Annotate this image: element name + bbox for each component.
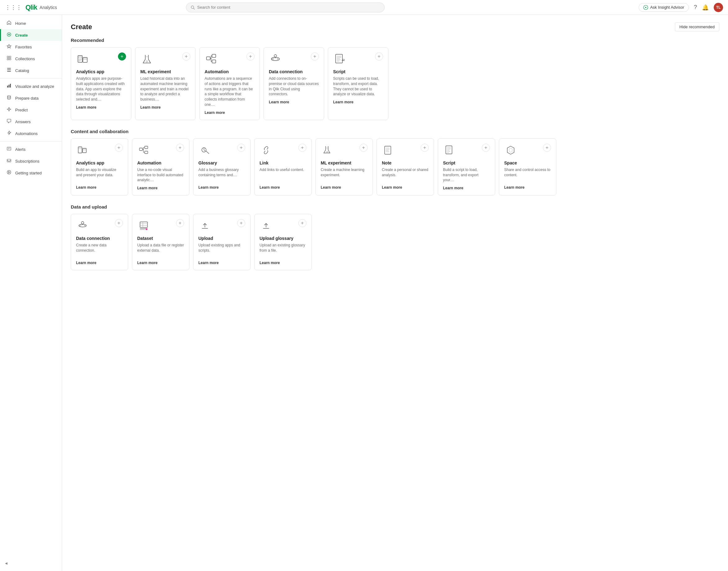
sidebar-label-predict: Predict: [15, 108, 28, 112]
card-learn-more[interactable]: Learn more: [443, 186, 490, 190]
card-learn-more[interactable]: Learn more: [333, 100, 383, 104]
svg-rect-31: [212, 54, 216, 58]
card-script-recommended[interactable]: + Script Scripts can be used to load, tr…: [328, 47, 388, 120]
sidebar-item-predict[interactable]: Predict: [0, 104, 62, 116]
card-top: +: [137, 144, 184, 157]
card-top: +: [205, 52, 254, 66]
note-icon: [382, 144, 395, 157]
avatar[interactable]: TL: [714, 3, 723, 12]
card-learn-more[interactable]: Learn more: [198, 185, 245, 190]
sidebar-item-visualize[interactable]: Visualize and analyze: [0, 80, 62, 92]
alerts-icon: [6, 146, 12, 152]
card-name: Data connection: [269, 69, 319, 74]
card-desc: Build a script to load, transform, and e…: [443, 167, 490, 183]
card-ml-experiment-cc[interactable]: + ML experiment Create a machine learnin…: [315, 138, 373, 196]
card-script-cc[interactable]: + Script Build a script to load, transfo…: [438, 138, 495, 196]
svg-rect-70: [140, 222, 147, 227]
sidebar-item-catalog[interactable]: Catalog: [0, 65, 62, 76]
glossary-add-button[interactable]: +: [237, 144, 245, 152]
svg-rect-7: [7, 56, 9, 58]
card-learn-more[interactable]: Learn more: [321, 185, 368, 190]
ml-experiment-cc-icon: [321, 144, 334, 157]
card-space-cc[interactable]: + Space Share and control access to cont…: [499, 138, 556, 196]
card-desc: Share and control access to content.: [504, 167, 551, 182]
search-input[interactable]: [197, 5, 380, 10]
card-learn-more[interactable]: Learn more: [504, 185, 551, 190]
dataset-add-button[interactable]: +: [176, 219, 184, 227]
sidebar-label-subscriptions: Subscriptions: [15, 159, 39, 163]
card-learn-more[interactable]: Learn more: [140, 105, 190, 110]
card-data-connection-du[interactable]: + Data connection Create a new data conn…: [71, 214, 128, 270]
card-learn-more[interactable]: Learn more: [137, 186, 184, 190]
card-learn-more[interactable]: Learn more: [205, 110, 254, 115]
sidebar-collapse-button[interactable]: ◂: [5, 560, 7, 566]
svg-rect-47: [139, 148, 142, 150]
hide-recommended-button[interactable]: Hide recommended: [675, 22, 719, 31]
svg-rect-15: [9, 85, 10, 88]
card-automation-recommended[interactable]: + Automation Automations are a sequence …: [199, 47, 260, 120]
notifications-icon[interactable]: 🔔: [702, 4, 709, 11]
card-learn-more[interactable]: Learn more: [382, 185, 429, 190]
data-connection-du-add-button[interactable]: +: [115, 219, 123, 227]
space-add-button[interactable]: +: [543, 144, 551, 152]
svg-rect-8: [9, 56, 11, 58]
card-learn-more[interactable]: Learn more: [198, 261, 245, 265]
card-learn-more[interactable]: Learn more: [259, 261, 306, 265]
analytics-app-cc-icon: [76, 144, 89, 157]
card-name: Note: [382, 160, 429, 165]
sidebar-item-automations[interactable]: Automations: [0, 128, 62, 139]
card-learn-more[interactable]: Learn more: [137, 261, 184, 265]
help-icon[interactable]: ?: [694, 4, 697, 11]
data-connection-add-button[interactable]: +: [311, 52, 319, 61]
ml-experiment-add-button[interactable]: +: [182, 52, 190, 61]
sidebar-item-create[interactable]: Create: [0, 29, 62, 41]
automation-add-button[interactable]: +: [246, 52, 254, 61]
card-link-cc[interactable]: + Link Add links to useful content. Lear…: [254, 138, 312, 196]
sidebar-item-alerts[interactable]: Alerts: [0, 143, 62, 155]
sidebar-item-favorites[interactable]: Favorites: [0, 41, 62, 53]
sidebar-divider-1: [0, 78, 62, 79]
script-cc-add-button[interactable]: +: [482, 144, 490, 152]
card-analytics-app-cc[interactable]: + Analytics app Build an app to visualiz…: [71, 138, 128, 196]
link-add-button[interactable]: +: [298, 144, 306, 152]
card-data-connection-recommended[interactable]: + Data connection Add connections to on-…: [264, 47, 324, 120]
sidebar-item-collections[interactable]: Collections: [0, 53, 62, 65]
sidebar-item-getting-started[interactable]: Getting started: [0, 167, 62, 179]
card-learn-more[interactable]: Learn more: [259, 185, 306, 190]
sidebar-item-answers[interactable]: Answers: [0, 116, 62, 128]
card-automation-cc[interactable]: + Automation Use a no-code visual interf…: [132, 138, 189, 196]
search-bar[interactable]: [186, 2, 385, 12]
card-top: +: [443, 144, 490, 157]
analytics-app-add-button[interactable]: +: [118, 52, 126, 61]
card-learn-more[interactable]: Learn more: [76, 261, 123, 265]
card-learn-more[interactable]: Learn more: [76, 185, 123, 190]
svg-rect-14: [7, 86, 8, 88]
card-ml-experiment-recommended[interactable]: + ML experiment Load historical data int…: [135, 47, 196, 120]
card-top: +: [259, 219, 306, 232]
upload-add-button[interactable]: +: [237, 219, 245, 227]
svg-line-1: [193, 8, 194, 9]
card-learn-more[interactable]: Learn more: [269, 100, 319, 104]
card-glossary-cc[interactable]: + Glossary Add a business glossary conta…: [193, 138, 250, 196]
ml-experiment-cc-add-button[interactable]: +: [359, 144, 368, 152]
svg-rect-30: [206, 57, 210, 60]
card-desc: Add links to useful content.: [259, 167, 306, 182]
script-add-button[interactable]: +: [375, 52, 383, 61]
space-icon: [504, 144, 517, 157]
card-desc: Upload a data file or register external …: [137, 243, 184, 257]
card-upload-du[interactable]: + Upload Upload existing apps and script…: [193, 214, 250, 270]
card-dataset-du[interactable]: + Dataset Upload a data file or register…: [132, 214, 189, 270]
grid-icon[interactable]: ⋮⋮⋮: [5, 4, 22, 11]
automation-cc-add-button[interactable]: +: [176, 144, 184, 152]
note-add-button[interactable]: +: [421, 144, 429, 152]
card-upload-glossary-du[interactable]: + Upload glossary Upload an existing glo…: [254, 214, 312, 270]
card-learn-more[interactable]: Learn more: [76, 105, 126, 110]
card-note-cc[interactable]: + Note Create a personal or shared analy…: [377, 138, 434, 196]
sidebar-item-home[interactable]: Home: [0, 17, 62, 29]
analytics-app-cc-add-button[interactable]: +: [115, 144, 123, 152]
sidebar-item-subscriptions[interactable]: Subscriptions: [0, 155, 62, 167]
insight-advisor-button[interactable]: Ask Insight Advisor: [639, 3, 689, 12]
card-analytics-app-recommended[interactable]: + Analytics app Analytics apps are purpo…: [71, 47, 131, 120]
upload-glossary-add-button[interactable]: +: [298, 219, 306, 227]
sidebar-item-prepare[interactable]: Prepare data: [0, 92, 62, 104]
